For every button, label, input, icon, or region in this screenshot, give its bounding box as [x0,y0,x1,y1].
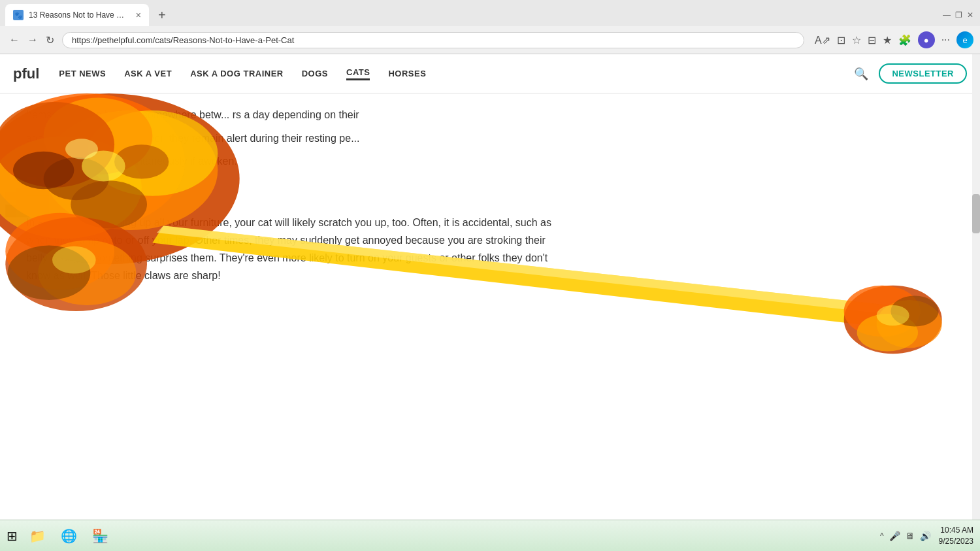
address-bar-row: ← → ↻ https://pethelpful.com/cats/Reason… [0,26,980,54]
svg-point-26 [857,314,918,351]
display-icon[interactable]: 🖥 [906,531,915,541]
new-tab-button[interactable]: + [154,7,170,24]
article-intro-2: age. Unlike humans, however, they remain… [26,130,562,147]
split-screen-icon[interactable]: ⊟ [868,34,876,46]
nav-link-horses[interactable]: HORSES [388,69,426,78]
edge-icon[interactable]: e [956,31,973,48]
taskbar-app-edge[interactable]: 🌐 [57,524,80,548]
scrollbar-thumb[interactable] [972,194,980,233]
microphone-icon[interactable]: 🎤 [889,531,900,541]
article-paragraph: In addition to scratching up all your fu… [26,214,562,285]
taskbar-start: ⊞ 📁 🌐 🏪 [7,524,112,548]
system-tray-chevron[interactable]: ^ [880,531,884,541]
close-button[interactable]: ✕ [966,10,975,20]
taskbar-clock: 10:45 AM 9/25/2023 [939,525,973,547]
volume-icon[interactable]: 🔊 [920,531,931,541]
section-heading: 12. Scratches [26,183,562,203]
taskbar-app-file-explorer[interactable]: 📁 [25,524,49,548]
collections-icon[interactable]: ★ [883,34,892,46]
maximize-button[interactable]: ❐ [954,10,963,20]
svg-point-24 [844,286,921,337]
browser-tab[interactable]: 🐾 13 Reasons Not to Have a Pet C... × [5,4,149,26]
immersive-reader-icon[interactable]: ⊡ [837,34,845,46]
nav-link-cats[interactable]: CATS [346,67,370,80]
newsletter-button[interactable]: NEWSLETTER [879,63,967,84]
small-explosion [844,286,942,354]
clock-date: 9/25/2023 [939,536,973,547]
more-options-icon[interactable]: ··· [941,34,950,46]
tab-title: 13 Reasons Not to Have a Pet C... [29,10,128,20]
profile-button[interactable]: ● [918,31,935,48]
svg-point-25 [877,300,942,348]
taskbar-app-store[interactable]: 🏪 [88,524,112,548]
window-controls: — ❐ ✕ [942,10,975,20]
svg-point-23 [844,286,942,354]
minimize-button[interactable]: — [942,10,951,20]
forward-button[interactable]: → [25,33,41,48]
tab-close-button[interactable]: × [136,10,141,20]
website-content: pful PET NEWS ASK A VET ASK A DOG TRAINE… [0,54,980,520]
nav-right: 🔍 NEWSLETTER [854,63,967,84]
browser-chrome: 🐾 13 Reasons Not to Have a Pet C... × + … [0,0,980,54]
site-navigation: pful PET NEWS ASK A VET ASK A DOG TRAINE… [0,54,980,93]
clock-time: 10:45 AM [939,525,973,536]
nav-link-dogs[interactable]: DOGS [302,69,328,78]
start-button[interactable]: ⊞ [7,528,18,544]
nav-link-ask-dog-trainer[interactable]: ASK A DOG TRAINER [190,69,284,78]
scrollbar-track [972,54,980,520]
taskbar-right: ^ 🎤 🖥 🔊 10:45 AM 9/25/2023 [880,525,973,547]
refresh-button[interactable]: ↻ [43,33,57,48]
tab-bar: 🐾 13 Reasons Not to Have a Pet C... × + … [0,0,980,26]
svg-point-28 [877,305,909,326]
nav-link-pet-news[interactable]: PET NEWS [59,69,106,78]
search-icon[interactable]: 🔍 [854,67,868,81]
read-aloud-icon[interactable]: A⇗ [815,34,830,46]
site-logo: pful [13,65,39,82]
nav-buttons: ← → ↻ [7,33,57,48]
back-button[interactable]: ← [7,33,22,48]
system-tray: ^ 🎤 🖥 🔊 [880,531,931,541]
article-intro-3: operational almost instantaneously if aw… [26,153,562,170]
svg-point-27 [890,296,938,327]
nav-links: PET NEWS ASK A VET ASK A DOG TRAINER DOG… [59,67,426,80]
browser-toolbar: A⇗ ⊡ ☆ ⊟ ★ 🧩 ● ··· e [815,31,973,48]
logo-text: pful [13,65,39,82]
tab-favicon: 🐾 [13,10,24,20]
article-body: hemselves usually sleep somewhere betw..… [0,93,588,298]
favorites-icon[interactable]: ☆ [852,34,861,46]
nav-link-ask-vet[interactable]: ASK A VET [124,69,172,78]
address-bar[interactable]: https://pethelpful.com/cats/Reasons-Not-… [62,32,804,48]
taskbar: ⊞ 📁 🌐 🏪 ^ 🎤 🖥 🔊 10:45 AM 9/25/2023 [0,520,980,551]
extensions-icon[interactable]: 🧩 [898,34,911,46]
address-text: https://pethelpful.com/cats/Reasons-Not-… [72,35,294,45]
article-intro-1: hemselves usually sleep somewhere betw..… [26,107,562,124]
